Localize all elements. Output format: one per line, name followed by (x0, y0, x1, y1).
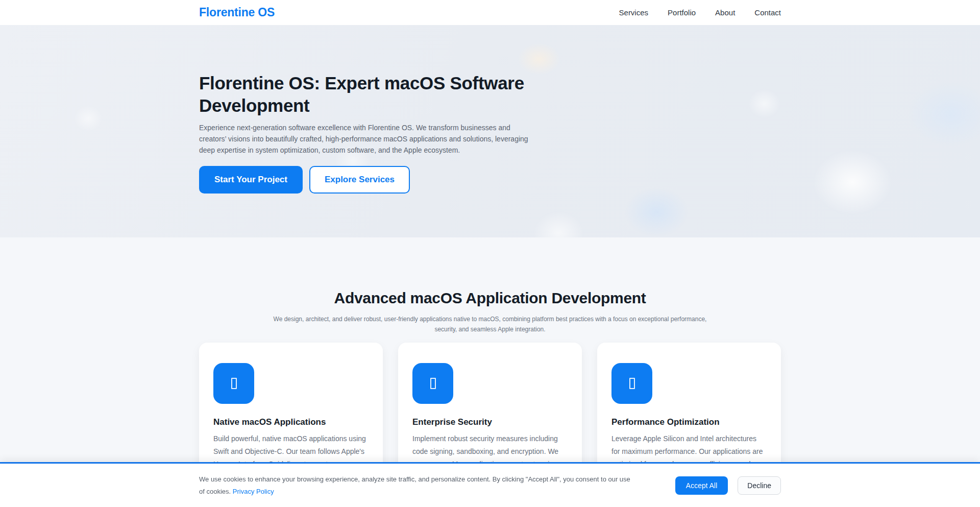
missing-glyph-icon (430, 378, 436, 389)
hero-title: Florentine OS: Expert macOS Software Dev… (199, 72, 781, 117)
card-title: Performance Optimization (611, 417, 767, 427)
cookie-message-line-1: We use cookies to enhance your browsing … (199, 473, 630, 486)
hero-description: Experience next-generation software exce… (199, 122, 781, 156)
hero-description-line-1: Experience next-generation software exce… (199, 122, 781, 133)
missing-glyph-icon (231, 378, 237, 389)
cookie-actions: Accept All Decline (675, 476, 781, 495)
card-title: Enterprise Security (412, 417, 568, 427)
cookie-message: We use cookies to enhance your browsing … (199, 473, 630, 498)
hero-section: Florentine OS: Expert macOS Software Dev… (0, 25, 980, 237)
accept-all-button[interactable]: Accept All (675, 476, 728, 495)
services-subheading-line-2: security, and seamless Apple integration… (199, 324, 781, 334)
hero-description-line-3: deep expertise in system optimization, c… (199, 144, 781, 156)
services-subheading-line-1: We design, architect, and deliver robust… (199, 314, 781, 324)
nav-item-about[interactable]: About (715, 8, 735, 17)
card-icon-tile (412, 363, 453, 404)
nav-item-portfolio[interactable]: Portfolio (668, 8, 696, 17)
cookie-banner: We use cookies to enhance your browsing … (0, 462, 980, 507)
card-icon-tile (611, 363, 652, 404)
hero-cta-group: Start Your Project Explore Services (199, 166, 781, 194)
nav-item-contact[interactable]: Contact (754, 8, 781, 17)
start-project-button[interactable]: Start Your Project (199, 166, 303, 194)
hero-title-line-1: Florentine OS: Expert macOS Software (199, 72, 781, 94)
privacy-policy-link[interactable]: Privacy Policy (233, 488, 274, 495)
app-header: Florentine OS Services Portfolio About C… (0, 0, 980, 25)
nav-item-services[interactable]: Services (619, 8, 649, 17)
main-nav: Services Portfolio About Contact (619, 8, 781, 17)
hero-description-line-2: creators’ visions into beautifully craft… (199, 133, 781, 144)
explore-services-button[interactable]: Explore Services (309, 166, 410, 194)
missing-glyph-icon (629, 378, 635, 389)
cookie-message-line-2: of cookies. Privacy Policy (199, 486, 630, 498)
services-heading: Advanced macOS Application Development (199, 288, 781, 308)
card-title: Native macOS Applications (213, 417, 369, 427)
decline-button[interactable]: Decline (738, 476, 781, 495)
card-icon-tile (213, 363, 254, 404)
services-subheading: We design, architect, and deliver robust… (199, 314, 781, 334)
brand-logo[interactable]: Florentine OS (199, 6, 275, 19)
hero-title-line-2: Development (199, 94, 781, 117)
